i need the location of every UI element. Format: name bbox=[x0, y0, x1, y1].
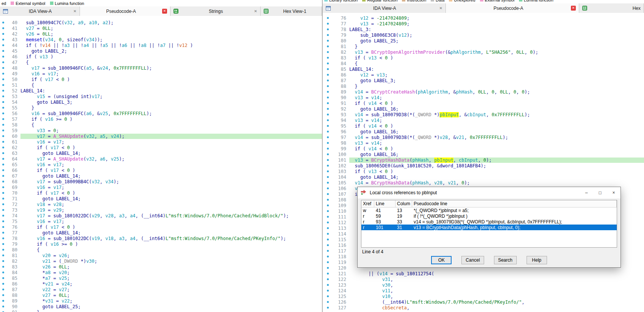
code-line[interactable]: 101 v13 = BCryptHashData(phHash, pbInput… bbox=[323, 157, 644, 163]
code-line[interactable]: 84 *a8 = v20; bbox=[0, 270, 322, 275]
code-line[interactable]: 123 v30, bbox=[323, 282, 644, 288]
tab-hex-view-1[interactable]: Hex View-1 bbox=[261, 6, 322, 16]
code-line[interactable]: 48 v17 = sub_1800946FC(a5, &v24, 0x7FFFF… bbox=[0, 65, 322, 71]
code-line[interactable]: 62 if ( v17 < 0 ) bbox=[0, 145, 322, 150]
code-line[interactable]: 52LABEL_14: bbox=[0, 88, 322, 94]
code-line[interactable]: 88 } bbox=[323, 83, 644, 89]
ok-button[interactable]: OK bbox=[431, 256, 452, 264]
code-line[interactable]: 89 *v31 = v22; bbox=[0, 298, 322, 304]
minimize-icon[interactable]: – bbox=[580, 187, 593, 198]
code-line[interactable]: 94 v13 = v14; bbox=[323, 117, 644, 123]
code-line[interactable]: 97 v14 = sub_180079D38(*(_QWORD *)v28, &… bbox=[323, 134, 644, 140]
code-line[interactable]: 46 if ( v13 ) bbox=[0, 54, 322, 59]
tab-strings[interactable]: Strings✕ bbox=[170, 6, 261, 16]
code-line[interactable]: 40 sub_180094C7C(v32, a9, a10, a2); bbox=[0, 20, 322, 25]
tab-ida-view-a[interactable]: IDA View-A✕ bbox=[0, 6, 80, 16]
tab-ida-view-a[interactable]: IDA View-A✕ bbox=[323, 3, 446, 13]
code-line[interactable]: 57 if ( v16 >= 0 ) bbox=[0, 116, 322, 122]
close-icon[interactable]: ✕ bbox=[254, 9, 257, 13]
close-icon[interactable]: ✕ bbox=[73, 9, 77, 13]
code-line[interactable]: 72 v18 = v28; bbox=[0, 201, 322, 207]
code-line[interactable]: 85LABEL_14: bbox=[323, 66, 644, 72]
code-line[interactable]: 81 } bbox=[323, 44, 644, 49]
code-line[interactable]: 82 v13 = BCryptOpenAlgorithmProvider(&ph… bbox=[323, 49, 644, 55]
code-line[interactable]: 43 memset(v34, 0, sizeof(v34)); bbox=[0, 37, 322, 42]
code-line[interactable]: 55 } bbox=[0, 105, 322, 111]
xref-row[interactable]: r5919if ( !*(_QWORD *)pbInput ) bbox=[361, 213, 617, 219]
code-line[interactable]: 71 goto LABEL_14; bbox=[0, 196, 322, 201]
code-line[interactable]: 125 v10, bbox=[323, 293, 644, 299]
code-line[interactable]: 78LABEL_3: bbox=[323, 27, 644, 32]
code-line[interactable]: 86 *v21 = v24; bbox=[0, 281, 322, 287]
column-header-colum[interactable]: Colum bbox=[395, 200, 412, 207]
code-line[interactable]: 69 v16 = v17; bbox=[0, 184, 322, 190]
code-line[interactable]: 91 } bbox=[0, 309, 322, 312]
code-line[interactable]: 54 goto LABEL_3; bbox=[0, 99, 322, 105]
code-line[interactable]: 51 { bbox=[0, 82, 322, 88]
search-button[interactable]: Search bbox=[494, 256, 517, 264]
pseudocode-view[interactable]: 40 sub_180094C7C(v32, a9, a10, a2);41 v2… bbox=[0, 16, 322, 312]
close-icon[interactable]: ✕ bbox=[571, 6, 576, 11]
code-line[interactable]: 79 sub_18006E3C8(v12); bbox=[323, 32, 644, 38]
code-line[interactable]: 81 v20 = v26; bbox=[0, 253, 322, 258]
column-header-line[interactable]: Line bbox=[374, 200, 395, 207]
code-line[interactable]: 67 goto LABEL_14; bbox=[0, 173, 322, 179]
code-line[interactable]: 100 goto LABEL_16; bbox=[323, 151, 644, 157]
code-line[interactable]: 88 v27 = 0LL; bbox=[0, 292, 322, 298]
code-line[interactable]: 104 goto LABEL_14; bbox=[323, 174, 644, 180]
code-line[interactable]: 102 sub_180065DE0(&unk_18018C520, &dword… bbox=[323, 163, 644, 168]
code-line[interactable]: 126 (__int64)L"msft:Windows/7.0/Phone/Ca… bbox=[323, 299, 644, 305]
xref-row[interactable]: w4113*(_QWORD *)pbInput = a5; bbox=[361, 207, 617, 213]
code-line[interactable]: 80 goto LABEL_25; bbox=[323, 38, 644, 44]
code-line[interactable]: 77 v13 = -2147024809; bbox=[323, 21, 644, 27]
code-line[interactable]: 80 { bbox=[0, 247, 322, 253]
code-line[interactable]: 124 v11, bbox=[323, 288, 644, 293]
dialog-title-bar[interactable]: Local cross references to pbInput –□× bbox=[358, 187, 621, 198]
code-line[interactable]: 50 if ( v17 < 0 ) bbox=[0, 76, 322, 82]
code-line[interactable]: 99 if ( v14 < 0 ) bbox=[323, 146, 644, 151]
column-header-xref[interactable]: Xref bbox=[361, 200, 374, 207]
cancel-button[interactable]: Cancel bbox=[461, 256, 484, 264]
close-icon[interactable]: ✕ bbox=[439, 6, 442, 10]
code-line[interactable]: 95 if ( v14 < 0 ) bbox=[323, 123, 644, 129]
code-line[interactable]: 90 goto LABEL_25; bbox=[0, 304, 322, 309]
code-line[interactable]: 68 v17 = sub_18009BB4C(v32, v34); bbox=[0, 179, 322, 184]
code-line[interactable]: 121 || (v14 = sub_180112754( bbox=[323, 271, 644, 276]
code-line[interactable]: 56 v16 = sub_1800946FC(a6, &v25, 0x7FFFF… bbox=[0, 111, 322, 116]
code-line[interactable]: 98 v13 = v14; bbox=[323, 140, 644, 146]
column-header-pseudocode-line[interactable]: Pseudocode line bbox=[412, 200, 617, 207]
code-line[interactable]: 83 v26 = 0LL; bbox=[0, 264, 322, 270]
tab-hex[interactable]: Hex bbox=[579, 3, 644, 13]
code-line[interactable]: 70 if ( v17 < 0 ) bbox=[0, 190, 322, 196]
code-line[interactable]: 87 goto LABEL_3; bbox=[323, 78, 644, 83]
code-line[interactable]: 64 v17 = A_SHAUpdate(v32, a6, v25); bbox=[0, 156, 322, 162]
code-line[interactable]: 47 { bbox=[0, 59, 322, 65]
code-line[interactable]: 76 if ( v17 < 0 ) bbox=[0, 224, 322, 230]
code-line[interactable]: 77 goto LABEL_14; bbox=[0, 230, 322, 236]
code-line[interactable]: 83 if ( v13 < 0 ) bbox=[323, 55, 644, 61]
close-icon[interactable]: × bbox=[607, 187, 621, 198]
code-line[interactable]: 96 goto LABEL_16; bbox=[323, 129, 644, 134]
code-line[interactable]: 63 goto LABEL_14; bbox=[0, 150, 322, 156]
code-line[interactable]: 60 v17 = A_SHAUpdate(v32, a5, v24); bbox=[0, 133, 322, 139]
code-line[interactable]: 58 { bbox=[0, 122, 322, 128]
code-line[interactable]: 86 v12 = v13; bbox=[323, 72, 644, 78]
code-line[interactable]: 65 v16 = v17; bbox=[0, 162, 322, 167]
code-line[interactable]: 91 if ( v14 < 0 ) bbox=[323, 100, 644, 106]
code-line[interactable]: 61 v16 = v17; bbox=[0, 139, 322, 145]
code-line[interactable]: 79 if ( v16 >= 0 ) bbox=[0, 241, 322, 247]
code-line[interactable]: 75 v16 = v17; bbox=[0, 218, 322, 224]
code-line[interactable]: 73 v19 = v29; bbox=[0, 207, 322, 213]
code-line[interactable]: 87 v22 = v27; bbox=[0, 287, 322, 292]
code-line[interactable]: 122 v31, bbox=[323, 276, 644, 282]
code-line[interactable]: 105 v14 = BCryptHashData(phHash, v28, v2… bbox=[323, 180, 644, 186]
code-line[interactable]: 74 v17 = sub_1801022DC(v29, v28, a3, a4,… bbox=[0, 213, 322, 218]
code-line[interactable]: 44 if ( !v14 || !a3 || !a4 || !a5 || !a6… bbox=[0, 42, 322, 48]
code-line[interactable]: 85 *a7 = v25; bbox=[0, 275, 322, 281]
tab-pseudocode-a[interactable]: Pseudocode-A✕ bbox=[80, 6, 170, 16]
code-line[interactable]: 84 { bbox=[323, 61, 644, 66]
code-line[interactable]: 89 v14 = BCryptCreateHash(phAlgorithm, &… bbox=[323, 89, 644, 95]
code-line[interactable]: 49 v16 = v17; bbox=[0, 71, 322, 76]
tab-pseudocode-a[interactable]: Pseudocode-A✕ bbox=[446, 3, 579, 13]
close-icon[interactable]: ✕ bbox=[162, 9, 167, 14]
